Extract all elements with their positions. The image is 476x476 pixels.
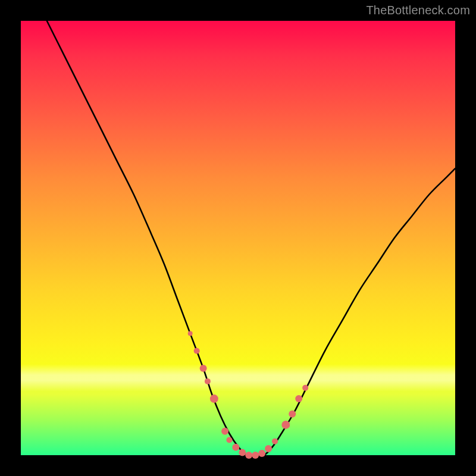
highlight-dot — [221, 428, 228, 435]
watermark-text: TheBottleneck.com — [366, 4, 470, 17]
chart-svg — [21, 21, 455, 455]
highlight-dot — [258, 450, 265, 457]
highlight-dot — [205, 378, 211, 384]
highlight-dot — [265, 445, 272, 452]
highlight-dot — [226, 437, 232, 443]
bottleneck-curve — [47, 21, 455, 456]
highlight-dot — [210, 394, 218, 403]
highlight-dot — [302, 385, 308, 391]
highlight-dot — [188, 331, 193, 336]
highlight-dot — [289, 411, 296, 418]
highlight-dot — [295, 395, 302, 402]
highlight-dot — [281, 421, 290, 429]
highlight-marker-group — [188, 331, 308, 459]
highlight-dot — [194, 348, 200, 354]
highlight-dot — [245, 452, 252, 459]
highlight-dot — [272, 439, 278, 444]
chart-frame: TheBottleneck.com — [0, 0, 476, 476]
highlight-dot — [200, 365, 207, 372]
highlight-dot — [232, 444, 239, 451]
highlight-dot — [239, 449, 246, 456]
highlight-dot — [252, 452, 259, 459]
